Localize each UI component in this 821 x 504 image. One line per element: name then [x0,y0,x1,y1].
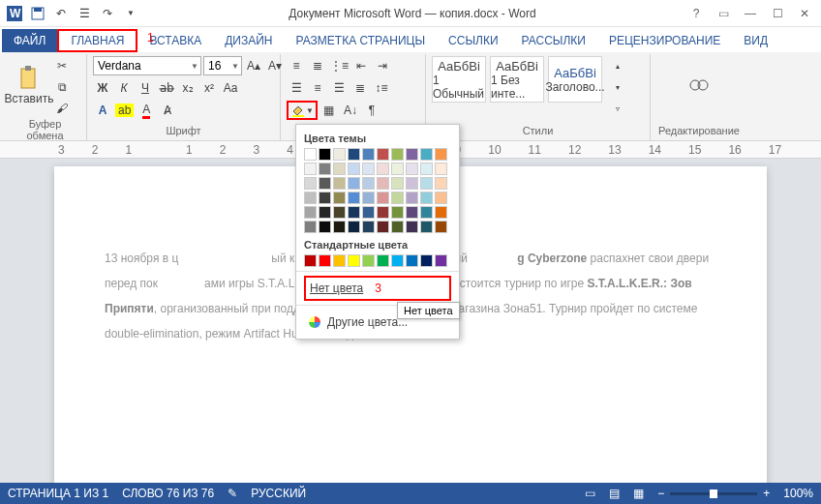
color-swatch[interactable] [348,254,360,267]
increase-indent-icon[interactable]: ⇥ [373,56,392,75]
underline-button[interactable]: Ч [136,78,155,98]
zoom-out-icon[interactable]: − [657,487,664,500]
view-print-icon[interactable]: ▤ [609,487,620,500]
color-swatch[interactable] [391,148,404,161]
decrease-indent-icon[interactable]: ⇤ [351,56,371,75]
color-swatch[interactable] [348,163,360,175]
color-swatch[interactable] [348,177,360,190]
italic-button[interactable]: К [114,78,134,98]
color-swatch[interactable] [435,221,447,233]
color-swatch[interactable] [377,192,389,204]
no-color-item[interactable]: Нет цвета 3 [304,276,451,301]
tab-design[interactable]: ДИЗАЙН [213,29,284,52]
align-right-icon[interactable]: ☰ [329,78,349,98]
color-swatch[interactable] [377,148,389,161]
color-swatch[interactable] [348,148,360,161]
color-swatch[interactable] [435,192,447,204]
color-swatch[interactable] [420,192,433,204]
color-swatch[interactable] [319,148,331,161]
color-swatch[interactable] [362,254,375,267]
color-swatch[interactable] [362,192,375,204]
color-swatch[interactable] [319,206,331,219]
color-swatch[interactable] [333,221,346,233]
color-swatch[interactable] [319,177,331,190]
style-heading[interactable]: АаБбВіЗаголово... [548,56,602,103]
sort-icon[interactable]: A↓ [341,101,360,120]
color-swatch[interactable] [333,206,346,219]
borders-icon[interactable]: ▦ [319,101,339,120]
font-family-combo[interactable]: Verdana▼ [93,56,201,75]
color-swatch[interactable] [333,148,346,161]
color-swatch[interactable] [377,254,389,267]
view-read-icon[interactable]: ▭ [585,487,595,500]
styles-expand-icon[interactable]: ▿ [608,99,627,118]
color-swatch[interactable] [391,163,404,175]
zoom-value[interactable]: 100% [783,487,813,500]
superscript-icon[interactable]: x² [199,78,219,98]
numbering-icon[interactable]: ≣ [308,56,327,75]
color-swatch[interactable] [420,163,433,175]
color-swatch[interactable] [304,177,317,190]
color-swatch[interactable] [333,254,346,267]
color-swatch[interactable] [406,177,418,190]
status-language[interactable]: РУССКИЙ [251,487,306,500]
color-swatch[interactable] [319,192,331,204]
color-swatch[interactable] [420,206,433,219]
color-swatch[interactable] [362,177,375,190]
color-swatch[interactable] [377,206,389,219]
color-swatch[interactable] [420,148,433,161]
change-case-icon[interactable]: Aa [221,78,240,98]
color-swatch[interactable] [377,221,389,233]
status-words[interactable]: СЛОВО 76 ИЗ 76 [122,487,214,500]
find-button[interactable] [680,56,718,114]
color-swatch[interactable] [406,192,418,204]
color-swatch[interactable] [319,254,331,267]
tab-view[interactable]: ВИД [732,29,779,52]
tab-layout[interactable]: РАЗМЕТКА СТРАНИЦЫ [285,29,438,52]
strikethrough-icon[interactable]: a̶b̶ [157,78,176,98]
color-swatch[interactable] [435,254,447,267]
save-icon[interactable] [27,3,48,24]
color-swatch[interactable] [391,254,404,267]
subscript-icon[interactable]: x₂ [178,78,198,98]
color-swatch[interactable] [435,148,447,161]
multilevel-icon[interactable]: ⋮≡ [329,56,350,75]
touch-mode-icon[interactable]: ☰ [74,3,95,24]
color-swatch[interactable] [406,221,418,233]
color-swatch[interactable] [420,221,433,233]
status-page[interactable]: СТРАНИЦА 1 ИЗ 1 [8,487,108,500]
color-swatch[interactable] [435,163,447,175]
color-swatch[interactable] [391,206,404,219]
font-color-icon[interactable]: A [137,101,156,120]
tab-mailings[interactable]: РАССЫЛКИ [510,29,597,52]
zoom-slider[interactable]: − + [657,487,770,500]
align-center-icon[interactable]: ≡ [308,78,327,98]
color-swatch[interactable] [362,206,375,219]
color-swatch[interactable] [304,148,317,161]
style-normal[interactable]: АаБбВі1 Обычный [432,56,486,103]
align-left-icon[interactable]: ☰ [287,78,306,98]
color-swatch[interactable] [377,163,389,175]
color-swatch[interactable] [420,254,433,267]
color-swatch[interactable] [391,177,404,190]
cut-icon[interactable]: ✂ [52,56,72,75]
color-swatch[interactable] [333,177,346,190]
copy-icon[interactable]: ⧉ [52,77,72,97]
color-swatch[interactable] [304,221,317,233]
view-web-icon[interactable]: ▦ [633,487,644,500]
color-swatch[interactable] [348,221,360,233]
color-swatch[interactable] [348,192,360,204]
tab-references[interactable]: ССЫЛКИ [437,29,509,52]
color-swatch[interactable] [435,206,447,219]
color-swatch[interactable] [391,192,404,204]
maximize-icon[interactable]: ☐ [765,4,790,23]
color-swatch[interactable] [319,163,331,175]
styles-up-icon[interactable]: ▴ [608,56,627,75]
color-swatch[interactable] [362,221,375,233]
highlight-icon[interactable]: ab [114,101,135,120]
color-swatch[interactable] [304,192,317,204]
color-swatch[interactable] [333,192,346,204]
redo-icon[interactable]: ↷ [97,3,118,24]
color-swatch[interactable] [362,148,375,161]
tab-file[interactable]: ФАЙЛ [2,29,57,52]
